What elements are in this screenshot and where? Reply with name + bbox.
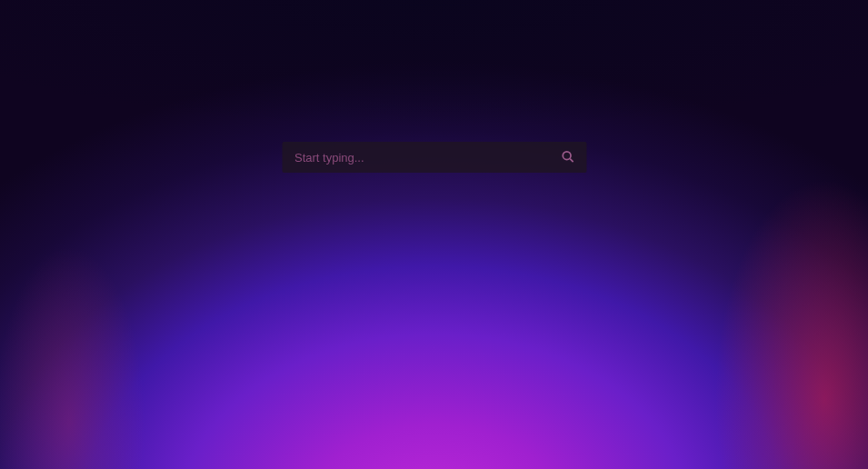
- search-button[interactable]: [557, 146, 577, 169]
- search-icon: [561, 150, 574, 165]
- search-input[interactable]: [294, 151, 557, 165]
- search-bar[interactable]: [282, 142, 586, 173]
- desktop-wallpaper: [0, 0, 868, 469]
- svg-point-0: [563, 151, 571, 159]
- svg-line-1: [570, 158, 574, 162]
